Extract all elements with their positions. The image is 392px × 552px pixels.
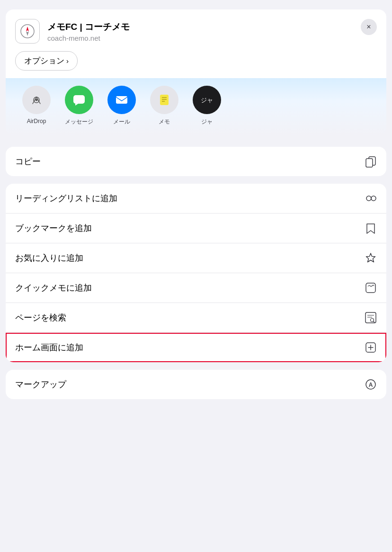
options-chevron-icon: › [66,57,69,65]
menu-item-markup[interactable]: マークアップ A [6,370,386,399]
messages-label: メッセージ [65,118,93,126]
menu-item-find-on-page[interactable]: ページを検索 [6,303,386,333]
close-icon: × [366,23,371,31]
svg-rect-7 [160,95,169,105]
compass-icon [15,19,40,44]
airdrop-icon [22,86,51,114]
svg-rect-5 [73,95,85,104]
svg-point-4 [36,99,38,101]
share-item-ja[interactable]: ジャ ジャ [186,86,228,126]
site-url: coach-memo.net [47,34,130,42]
svg-text:ジャ: ジャ [201,97,213,104]
memo-icon [150,86,178,114]
options-button[interactable]: オプション › [15,51,78,71]
ja-label: ジャ [201,118,213,126]
messages-icon [65,86,93,114]
svg-rect-6 [116,96,127,104]
menu-item-quick-note[interactable]: クイックメモに追加 [6,273,386,303]
markup-icon: A [365,378,377,391]
quick-note-icon [365,282,377,294]
share-header: メモFC | コーチメモ coach-memo.net × [6,9,386,51]
menu-item-reading-list[interactable]: リーディングリストに追加 [6,184,386,214]
share-item-mail[interactable]: メール [100,86,143,126]
menu-item-add-home[interactable]: ホーム画面に追加 [6,333,386,362]
bookmark-label: ブックマークを追加 [15,223,92,234]
section-markup: マークアップ A [6,370,386,399]
find-on-page-icon [365,312,377,324]
svg-marker-2 [26,31,29,36]
favorite-icon [365,252,377,264]
add-home-label: ホーム画面に追加 [15,342,83,353]
reading-list-label: リーディングリストに追加 [15,193,117,204]
options-label: オプション [24,55,64,66]
menu-item-favorite[interactable]: お気に入りに追加 [6,243,386,273]
svg-rect-17 [366,283,375,293]
svg-point-15 [371,196,376,201]
svg-marker-1 [26,27,29,31]
copy-icon [365,155,377,168]
ja-icon: ジャ [193,86,221,114]
svg-rect-13 [366,159,373,167]
favorite-label: お気に入りに追加 [15,252,83,264]
svg-text:A: A [369,382,373,388]
svg-marker-16 [366,253,375,262]
markup-label: マークアップ [15,379,66,390]
reading-list-icon [365,192,377,205]
options-area: オプション › [6,51,386,78]
menu-item-bookmark[interactable]: ブックマークを追加 [6,214,386,243]
section-main: リーディングリストに追加 ブックマークを追加 お気に入りに追加 クイックメモに追… [6,184,386,362]
mail-icon [107,86,136,114]
share-item-memo[interactable]: メモ [143,86,186,126]
section-copy: コピー [6,147,386,176]
svg-point-14 [366,196,371,201]
close-button[interactable]: × [361,19,377,35]
add-home-icon [365,341,377,354]
bookmark-icon [365,222,377,234]
share-row: AirDrop メッセージ メール [6,78,386,135]
header-left: メモFC | コーチメモ coach-memo.net [15,19,130,44]
header-text: メモFC | コーチメモ coach-memo.net [47,19,130,42]
copy-label: コピー [15,156,41,167]
memo-label: メモ [159,118,170,126]
share-item-messages[interactable]: メッセージ [58,86,100,126]
quick-note-label: クイックメモに追加 [15,282,92,294]
mail-label: メール [113,118,130,126]
find-on-page-label: ページを検索 [15,312,66,323]
menu-item-copy[interactable]: コピー [6,147,386,176]
site-title: メモFC | コーチメモ [47,21,130,33]
svg-line-22 [374,321,375,323]
airdrop-label: AirDrop [27,118,46,125]
share-item-airdrop[interactable]: AirDrop [15,86,58,126]
